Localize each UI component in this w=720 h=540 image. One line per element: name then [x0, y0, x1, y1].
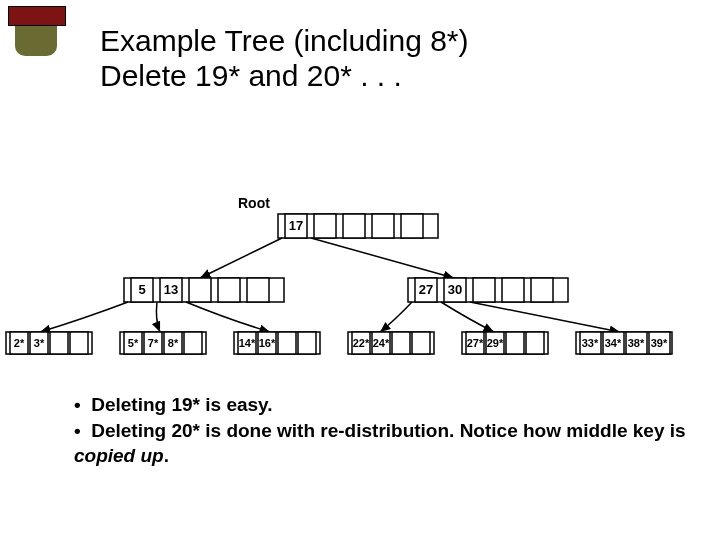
- bullet-1-text: Deleting 19* is easy.: [91, 394, 272, 415]
- inner-right: 27 30: [408, 278, 568, 302]
- svg-text:29*: 29*: [487, 337, 504, 349]
- svg-rect-6: [401, 214, 423, 238]
- leaf-3: 22* 24*: [348, 332, 434, 354]
- svg-text:34*: 34*: [605, 337, 622, 349]
- svg-rect-37: [184, 332, 202, 354]
- bullet-list: • Deleting 19* is easy. • Deleting 20* i…: [74, 392, 720, 469]
- svg-rect-22: [531, 278, 553, 302]
- leaf-2: 14* 16*: [234, 332, 320, 354]
- root-node: 17: [278, 214, 438, 238]
- inner-left: 5 13: [124, 278, 284, 302]
- bullet-2-text-c: .: [164, 445, 169, 466]
- svg-text:22*: 22*: [353, 337, 370, 349]
- svg-rect-5: [372, 214, 394, 238]
- svg-text:33*: 33*: [582, 337, 599, 349]
- svg-text:13: 13: [164, 282, 178, 297]
- svg-rect-44: [298, 332, 316, 354]
- bullet-2-text-a: Deleting 20* is done with re-distributio…: [91, 420, 685, 441]
- svg-rect-50: [392, 332, 410, 354]
- svg-text:2*: 2*: [14, 337, 25, 349]
- leaf-1: 5* 7* 8*: [120, 332, 206, 354]
- svg-text:7*: 7*: [148, 337, 159, 349]
- svg-text:27*: 27*: [467, 337, 484, 349]
- svg-text:16*: 16*: [259, 337, 276, 349]
- svg-rect-29: [70, 332, 88, 354]
- svg-rect-21: [502, 278, 524, 302]
- svg-text:38*: 38*: [628, 337, 645, 349]
- svg-text:30: 30: [448, 282, 462, 297]
- svg-rect-57: [506, 332, 524, 354]
- bullet-1: • Deleting 19* is easy.: [74, 392, 720, 418]
- svg-text:39*: 39*: [651, 337, 668, 349]
- leaf-4: 27* 29*: [462, 332, 548, 354]
- svg-rect-58: [526, 332, 544, 354]
- svg-rect-13: [218, 278, 240, 302]
- leaf-0: 2* 3*: [6, 332, 92, 354]
- svg-text:8*: 8*: [168, 337, 179, 349]
- svg-text:24*: 24*: [373, 337, 390, 349]
- svg-text:17: 17: [289, 218, 303, 233]
- svg-rect-43: [278, 332, 296, 354]
- leaf-5: 33* 34* 38* 39*: [576, 332, 672, 354]
- bullet-2: • Deleting 20* is done with re-distribut…: [74, 418, 720, 469]
- svg-rect-20: [473, 278, 495, 302]
- svg-rect-3: [314, 214, 336, 238]
- svg-text:3*: 3*: [34, 337, 45, 349]
- svg-text:5: 5: [138, 282, 145, 297]
- svg-rect-14: [247, 278, 269, 302]
- svg-rect-51: [412, 332, 430, 354]
- svg-text:27: 27: [419, 282, 433, 297]
- svg-text:14*: 14*: [239, 337, 256, 349]
- bullet-2-text-b: copied up: [74, 445, 164, 466]
- svg-rect-4: [343, 214, 365, 238]
- svg-text:5*: 5*: [128, 337, 139, 349]
- svg-rect-28: [50, 332, 68, 354]
- svg-rect-12: [189, 278, 211, 302]
